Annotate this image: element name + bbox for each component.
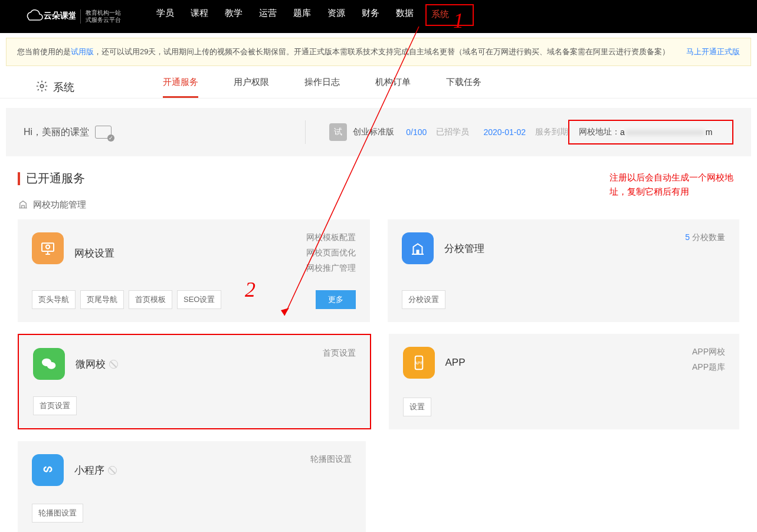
trial-badge-icon: 试	[329, 123, 347, 141]
link-branch-count[interactable]: 5分校数量	[685, 232, 725, 243]
card-micro-school: 微网校 首页设置 首页设置	[18, 334, 371, 429]
wechat-card-icon	[33, 348, 65, 380]
tab-permissions[interactable]: 用户权限	[234, 77, 269, 98]
link-app-school[interactable]: APP网校	[692, 347, 725, 357]
id-verified-icon[interactable]	[95, 126, 112, 139]
nav-students[interactable]: 学员	[156, 8, 174, 26]
trial-notice: 您当前使用的是试用版，还可以试用29天，试用期间上传的视频不会被长期保留。开通正…	[6, 38, 751, 66]
chip-home-settings[interactable]: 首页设置	[33, 396, 77, 415]
nav-question-bank[interactable]: 题库	[293, 8, 311, 26]
annotation-note: 注册以后会自动生成一个网校地址，复制它稍后有用	[609, 170, 739, 199]
upgrade-link[interactable]: 马上开通正式版	[686, 47, 740, 57]
logo-subtitle: 教育机构一站式服务云平台	[80, 9, 121, 24]
nav-data[interactable]: 数据	[396, 8, 414, 26]
chip-footer-nav[interactable]: 页尾导航	[80, 290, 124, 309]
svg-point-7	[47, 362, 55, 369]
chip-app-settings[interactable]: 设置	[403, 398, 431, 416]
tab-services[interactable]: 开通服务	[163, 77, 198, 98]
nav-resources[interactable]: 资源	[327, 8, 345, 26]
page-title: 系统	[35, 80, 74, 96]
trial-label: 试用版	[71, 47, 94, 56]
chip-home-template[interactable]: 首页模板	[129, 290, 172, 309]
app-card-icon: APP	[403, 347, 435, 379]
svg-text:APP: APP	[414, 360, 423, 366]
school-url-value[interactable]: xxxxxxxxxxxxxxxxxxx	[626, 127, 704, 137]
miniprogram-card-icon	[32, 454, 64, 486]
link-carousel-settings[interactable]: 轮播图设置	[310, 454, 352, 465]
card-app: APP APP APP网校 APP题库 设置	[389, 334, 740, 429]
tab-orders[interactable]: 机构订单	[375, 77, 411, 98]
tab-downloads[interactable]: 下载任务	[446, 77, 481, 98]
svg-text:云朵课堂: 云朵课堂	[44, 11, 76, 20]
logo-cloud-icon: 云朵课堂	[24, 8, 76, 25]
tab-logs[interactable]: 操作日志	[304, 77, 340, 98]
nav-courses[interactable]: 课程	[191, 8, 208, 26]
plan-info: 试 创业标准版 0/100 已招学员 2020-01-02 服务到期	[329, 123, 568, 141]
more-button[interactable]: 更多	[316, 290, 356, 309]
svg-rect-2	[42, 243, 54, 251]
chip-header-nav[interactable]: 页头导航	[32, 290, 76, 309]
nav-finance[interactable]: 财务	[362, 8, 379, 26]
link-promotion[interactable]: 网校推广管理	[306, 263, 356, 274]
chip-branch-settings[interactable]: 分校设置	[402, 290, 445, 309]
settings-card-icon	[32, 232, 64, 264]
svg-point-3	[46, 245, 50, 248]
link-template-config[interactable]: 网校模板配置	[306, 232, 356, 243]
expire-date[interactable]: 2020-01-02	[483, 127, 526, 137]
card-branch-management: 分校管理 5分校数量 分校设置	[388, 219, 740, 322]
disabled-icon	[108, 466, 117, 475]
chip-seo[interactable]: SEO设置	[177, 290, 221, 309]
svg-rect-4	[416, 250, 419, 255]
svg-point-1	[40, 84, 44, 88]
section-title: 已开通服务	[18, 170, 85, 186]
nav-teaching[interactable]: 教学	[225, 8, 242, 26]
top-nav: 学员 课程 教学 运营 题库 资源 财务 数据 系统	[156, 8, 474, 26]
school-url-box: 网校地址： axxxxxxxxxxxxxxxxxxxm	[568, 120, 733, 145]
chip-carousel-settings[interactable]: 轮播图设置	[32, 504, 83, 523]
greeting: Hi，美丽的课堂	[24, 126, 89, 139]
gear-icon	[35, 80, 48, 96]
building-icon	[18, 199, 28, 211]
student-count[interactable]: 0/100	[406, 127, 427, 137]
link-home-settings[interactable]: 首页设置	[323, 348, 356, 359]
card-miniprogram: 小程序 轮播图设置 轮播图设置	[18, 441, 366, 532]
link-app-question[interactable]: APP题库	[692, 362, 725, 373]
logo[interactable]: 云朵课堂 教育机构一站式服务云平台	[24, 8, 121, 25]
subsection-school-management: 网校功能管理	[18, 199, 739, 211]
nav-system[interactable]: 系统	[431, 9, 449, 19]
nav-operation[interactable]: 运营	[259, 8, 277, 26]
link-page-optimize[interactable]: 网校页面优化	[306, 248, 356, 258]
disabled-icon	[109, 360, 118, 369]
branch-card-icon	[402, 232, 434, 264]
card-school-settings: 网校设置 网校模板配置 网校页面优化 网校推广管理 页头导航 页尾导航 首页模板…	[18, 219, 370, 322]
